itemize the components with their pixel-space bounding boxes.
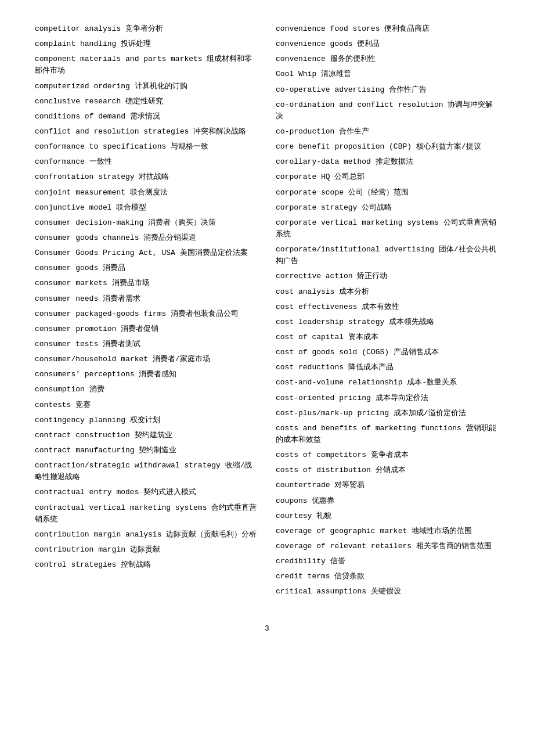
list-item: consumer goods channels 消费品分销渠道 — [35, 232, 258, 244]
list-item: coverage of geographic market 地域性市场的范围 — [276, 525, 499, 537]
list-item: countertrade 对等贸易 — [276, 480, 499, 491]
list-item: corrective action 矫正行动 — [276, 271, 499, 282]
list-item: cost-oriented pricing 成本导向定价法 — [276, 393, 499, 404]
list-item: corollary-data method 推定数据法 — [276, 156, 499, 168]
list-item: cost leadership strategy 成本领先战略 — [276, 316, 499, 328]
page-number: 3 — [35, 624, 499, 633]
list-item: contingency planning 权变计划 — [35, 415, 258, 426]
list-item: control strategies 控制战略 — [35, 559, 258, 571]
list-item: corporate vertical marketing systems 公司式… — [276, 217, 499, 240]
list-item: cost of capital 资本成本 — [276, 332, 499, 343]
list-item: convenience food stores 便利食品商店 — [276, 23, 499, 35]
left-column: competitor analysis 竞争者分析complaint handl… — [35, 23, 258, 601]
list-item: conjunctive model 联合模型 — [35, 202, 258, 214]
list-item: co-production 合作生产 — [276, 126, 499, 138]
list-item: courtesy 礼貌 — [276, 510, 499, 522]
list-item: corporate strategy 公司战略 — [276, 202, 499, 214]
list-item: confrontation strategy 对抗战略 — [35, 171, 258, 183]
list-item: consumer packaged-goods firms 消费者包装食品公司 — [35, 308, 258, 320]
list-item: competitor analysis 竞争者分析 — [35, 23, 258, 35]
list-item: computerized ordering 计算机化的订购 — [35, 81, 258, 92]
list-item: conformance to specifications 与规格一致 — [35, 141, 258, 153]
list-item: contests 竞赛 — [35, 399, 258, 411]
list-item: cost analysis 成本分析 — [276, 286, 499, 298]
list-item: costs of competitors 竞争者成本 — [276, 449, 499, 461]
list-item: cost-plus/mark-up pricing 成本加成/溢价定价法 — [276, 408, 499, 419]
list-item: critical assumptions 关键假设 — [276, 586, 499, 597]
list-item: consumer tests 消费者测试 — [35, 339, 258, 350]
list-item: contributrion margin 边际贡献 — [35, 544, 258, 556]
list-item: coverage of relevant retailers 相关零售商的销售范… — [276, 541, 499, 552]
list-item: consumer needs 消费者需求 — [35, 293, 258, 305]
list-item: corporate HQ 公司总部 — [276, 171, 499, 183]
list-item: conformance 一致性 — [35, 156, 258, 168]
list-item: convenience goods 便利品 — [276, 38, 499, 50]
list-item: contribution margin analysis 边际贡献（贡献毛利）分… — [35, 529, 258, 541]
list-item: consumer goods 消费品 — [35, 262, 258, 274]
list-item: cost effectiveness 成本有效性 — [276, 301, 499, 313]
list-item: credit terms 信贷条款 — [276, 571, 499, 582]
list-item: contractual vertical marketing systems 合… — [35, 502, 258, 525]
list-item: consumer decision-making 消费者（购买）决策 — [35, 217, 258, 229]
list-item: Cool Whip 清凉维普 — [276, 69, 499, 80]
list-item: consumers' perceptions 消费者感知 — [35, 369, 258, 380]
list-item: contract manufacturing 契约制造业 — [35, 445, 258, 456]
list-item: costs of distribution 分销成本 — [276, 465, 499, 476]
list-item: complaint handling 投诉处理 — [35, 38, 258, 50]
list-item: core benefit proposition (CBP) 核心利益方案/提议 — [276, 141, 499, 153]
list-item: conditions of demand 需求情况 — [35, 111, 258, 123]
list-item: consumer promotion 消费者促销 — [35, 323, 258, 335]
list-item: co-ordination and conflict resolution 协调… — [276, 99, 499, 123]
list-item: component materials and parts markets 组成… — [35, 53, 258, 77]
list-item: cost of goods sold (COGS) 产品销售成本 — [276, 347, 499, 358]
list-item: conclusive research 确定性研究 — [35, 96, 258, 107]
list-item: contract construction 契约建筑业 — [35, 430, 258, 441]
right-column: convenience food stores 便利食品商店convenienc… — [276, 23, 499, 601]
list-item: corporate/institutional advertising 团体/社… — [276, 244, 499, 267]
list-item: convenience 服务的便利性 — [276, 53, 499, 65]
list-item: credibility 信誉 — [276, 556, 499, 567]
list-item: conflict and resolution strategies 冲突和解决… — [35, 126, 258, 138]
list-item: consumer markets 消费品市场 — [35, 278, 258, 289]
list-item: cost reductions 降低成本产品 — [276, 362, 499, 373]
list-item: contraction/strategic withdrawal strateg… — [35, 460, 258, 483]
list-item: contractual entry modes 契约式进入模式 — [35, 487, 258, 498]
list-item: consumer/household market 消费者/家庭市场 — [35, 354, 258, 365]
list-item: Consumer Goods Pricing Act, USA 美国消费品定价法… — [35, 247, 258, 259]
list-item: corporate scope 公司（经营）范围 — [276, 187, 499, 199]
list-item: conjoint measurement 联合测度法 — [35, 187, 258, 199]
list-item: costs and benefits of marketing function… — [276, 423, 499, 446]
list-item: cost-and-volume relationship 成本-数量关系 — [276, 377, 499, 388]
list-item: co-operative advertising 合作性广告 — [276, 84, 499, 96]
list-item: coupons 优惠券 — [276, 495, 499, 507]
list-item: consumption 消费 — [35, 384, 258, 395]
